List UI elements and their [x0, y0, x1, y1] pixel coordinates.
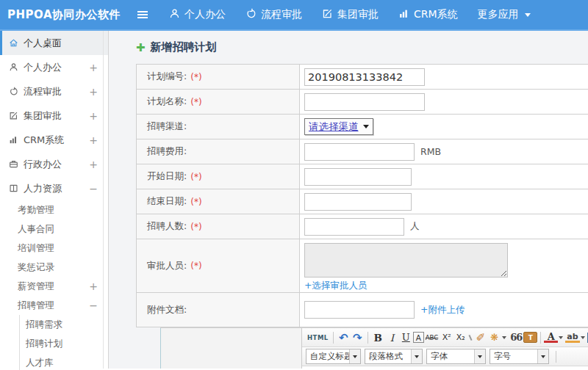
eraser-icon[interactable]: [469, 334, 473, 340]
collapse-icon[interactable]: −: [89, 183, 108, 195]
sidebar-item-label: 招聘需求: [26, 319, 62, 331]
font-size-select[interactable]: 字号: [490, 349, 549, 364]
sidebar-item-salary[interactable]: 薪资管理 +: [0, 277, 108, 296]
currency-suffix: RMB: [420, 146, 441, 157]
form-row-plan-name: 计划名称:(*): [137, 90, 588, 115]
sidebar-item-crm[interactable]: CRM系统 +: [0, 128, 108, 152]
channel-select-value: 请选择渠道: [309, 120, 359, 134]
html-source-button[interactable]: HTML: [306, 330, 330, 345]
sidebar-item-label: 薪资管理: [18, 280, 54, 293]
expand-icon[interactable]: +: [89, 280, 108, 292]
sidebar-item-group-approval[interactable]: 集团审批 +: [0, 104, 108, 128]
highlight-color-button[interactable]: ab: [565, 332, 579, 343]
required-mark: (*): [190, 261, 201, 271]
blockquote-button[interactable]: 66: [509, 330, 523, 345]
required-mark: (*): [190, 172, 201, 182]
field-label: 审批人员:(*): [137, 239, 300, 292]
italic-button[interactable]: I: [385, 330, 399, 345]
redo-icon[interactable]: [351, 330, 365, 345]
sidebar-item-label: 流程审批: [24, 85, 62, 98]
undo-icon[interactable]: [337, 330, 351, 345]
field-label: 招聘费用:: [137, 139, 300, 164]
sidebar-item-label: 人力资源: [24, 182, 62, 195]
sidebar-item-attendance[interactable]: 考勤管理: [0, 200, 108, 220]
sidebar-item-label: 招聘计划: [26, 338, 62, 350]
field-label: 结束日期:(*): [137, 189, 300, 214]
flow-icon: [245, 8, 257, 21]
sidebar-item-recruitment[interactable]: 招聘管理 −: [0, 296, 108, 315]
nav-workflow-approval[interactable]: 流程审批: [245, 8, 302, 21]
start-date-input[interactable]: [304, 168, 412, 186]
required-mark: (*): [190, 72, 201, 82]
label-text: 审批人员:: [147, 260, 187, 272]
sidebar-item-label: CRM系统: [24, 134, 64, 147]
brush-icon[interactable]: [473, 330, 487, 345]
caret-down-icon[interactable]: [581, 336, 585, 339]
sidebar-item-recruit-plan[interactable]: 招聘计划: [20, 334, 108, 353]
nav-personal-office[interactable]: 个人办公: [169, 8, 226, 21]
caret-down-icon: [363, 125, 369, 128]
paste-text-icon[interactable]: T: [523, 332, 537, 343]
caret-down-icon: [474, 349, 485, 363]
headcount-input[interactable]: [304, 218, 404, 236]
form-row-cost: 招聘费用: RMB: [137, 139, 588, 164]
sidebar-item-personal-office[interactable]: 个人办公 +: [0, 55, 108, 79]
collapse-icon[interactable]: −: [89, 300, 108, 311]
select-approvers-link[interactable]: +选择审批人员: [304, 280, 367, 292]
form-row-attachment: 附件文档: +附件上传: [137, 293, 588, 327]
editor-label-cell: [160, 328, 301, 369]
font-box-button[interactable]: A: [413, 332, 424, 343]
top-nav-menu: 个人办公 流程审批 集团审批 CRM系统 更多应用: [169, 8, 531, 21]
paragraph-format-select[interactable]: 段落格式: [365, 349, 423, 364]
expand-icon[interactable]: +: [89, 86, 108, 98]
plan-number-input[interactable]: [304, 68, 425, 86]
form-row-approvers: 审批人员:(*) +选择审批人员: [137, 239, 588, 293]
expand-icon[interactable]: +: [89, 159, 108, 170]
expand-icon[interactable]: +: [89, 134, 108, 146]
sidebar-item-hr-contract[interactable]: 人事合同: [0, 220, 108, 239]
insert-link-icon[interactable]: [585, 349, 588, 364]
font-family-select[interactable]: 字体: [426, 349, 486, 364]
sidebar-item-label: 培训管理: [18, 242, 54, 255]
sidebar-item-admin-office[interactable]: 行政办公 +: [0, 152, 108, 176]
plan-name-input[interactable]: [304, 93, 425, 111]
sidebar-item-training[interactable]: 培训管理: [0, 239, 108, 258]
nav-label: 集团审批: [337, 8, 379, 21]
editor-content-area[interactable]: [302, 366, 588, 369]
sidebar-item-hr[interactable]: 人力资源 −: [0, 176, 108, 200]
cost-input[interactable]: [304, 143, 415, 161]
caret-down-icon[interactable]: [559, 336, 563, 339]
approvers-textarea[interactable]: [304, 243, 508, 278]
sidebar-item-personal-desktop[interactable]: 个人桌面: [0, 31, 108, 55]
caret-down-icon: [349, 349, 360, 363]
font-color-button[interactable]: A: [544, 332, 558, 343]
attachment-upload-link[interactable]: +附件上传: [420, 304, 465, 316]
sidebar-item-rewards[interactable]: 奖惩记录: [0, 258, 108, 277]
custom-title-select[interactable]: 自定义标题: [306, 349, 361, 364]
sidebar-item-recruit-demand[interactable]: 招聘需求: [20, 315, 108, 334]
channel-select[interactable]: 请选择渠道: [304, 118, 373, 135]
select-value: 段落格式: [365, 351, 411, 362]
nav-crm-system[interactable]: CRM系统: [398, 8, 458, 21]
attachment-input[interactable]: [304, 301, 415, 319]
sidebar-item-workflow-approval[interactable]: 流程审批 +: [0, 79, 108, 104]
superscript-button[interactable]: X²: [440, 330, 453, 345]
book-icon: [8, 184, 18, 193]
user-icon: [169, 8, 180, 21]
nav-more-apps[interactable]: 更多应用: [478, 8, 531, 21]
nav-group-approval[interactable]: 集团审批: [322, 8, 379, 21]
subscript-button[interactable]: X₂: [453, 330, 467, 345]
caret-down-icon[interactable]: [502, 336, 506, 339]
format-painter-icon[interactable]: [487, 330, 501, 345]
sidebar-item-talent-pool[interactable]: 人才库: [20, 353, 108, 370]
expand-icon[interactable]: +: [89, 62, 108, 73]
label-text: 计划编号:: [147, 70, 187, 83]
top-navbar: PHPOA协同办公软件 个人办公 流程审批 集团审批 CRM系统 更多应用: [0, 0, 588, 31]
sidebar-item-label: 人事合同: [18, 223, 54, 236]
end-date-input[interactable]: [304, 193, 412, 211]
expand-icon[interactable]: +: [89, 110, 108, 122]
bold-button[interactable]: B: [371, 330, 385, 345]
underline-button[interactable]: U: [399, 330, 413, 345]
hamburger-menu-icon[interactable]: [137, 10, 148, 20]
strikethrough-button[interactable]: ABC: [424, 330, 440, 345]
